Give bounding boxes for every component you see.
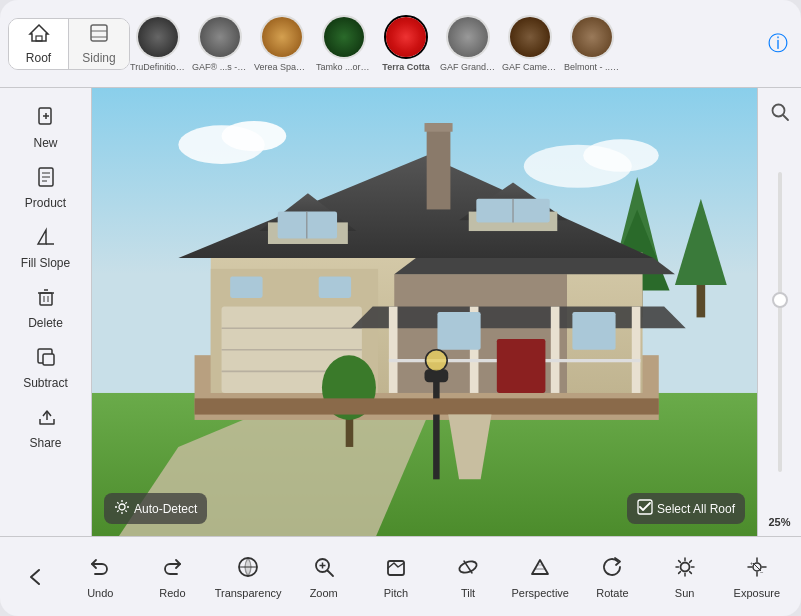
- select-all-roof-button[interactable]: Select All Roof: [627, 493, 745, 524]
- redo-label: Redo: [159, 587, 185, 599]
- share-icon: [35, 406, 57, 434]
- auto-detect-label: Auto-Detect: [134, 502, 197, 516]
- tool-pitch[interactable]: Pitch: [366, 547, 426, 607]
- svg-rect-57: [551, 307, 560, 393]
- info-button[interactable]: ⓘ: [763, 29, 793, 59]
- swatch-verea[interactable]: Verea Spanish ...s - Jacobea: [254, 15, 310, 73]
- svg-marker-43: [394, 258, 675, 274]
- back-button[interactable]: [14, 555, 58, 599]
- swatch-terracotta[interactable]: Terra Cotta: [378, 15, 434, 73]
- swatch-gaf[interactable]: GAF® ...s - Charcoal: [192, 15, 248, 73]
- svg-line-97: [678, 571, 680, 573]
- tab-siding-label: Siding: [82, 51, 115, 65]
- sun-icon: [673, 555, 697, 585]
- svg-rect-58: [632, 307, 641, 393]
- siding-tab-icon: [88, 22, 110, 49]
- sidebar-item-subtract-label: Subtract: [23, 376, 68, 390]
- swatch-belmont[interactable]: Belmont - ...hered Wood: [564, 15, 620, 73]
- svg-point-26: [583, 139, 659, 171]
- tool-rotate[interactable]: Rotate: [582, 547, 642, 607]
- tilt-icon: [456, 555, 480, 585]
- top-bar: Roof Siding TruDefinition ...idnight Plu…: [0, 0, 801, 88]
- exposure-icon: + −: [745, 555, 769, 585]
- zoom-label: 25%: [768, 516, 790, 528]
- right-panel: 25%: [757, 88, 801, 536]
- sidebar-item-product-label: Product: [25, 196, 66, 210]
- zoom-slider-track[interactable]: [778, 172, 782, 472]
- new-icon: [35, 106, 57, 134]
- sidebar-item-new-label: New: [33, 136, 57, 150]
- svg-rect-61: [437, 312, 480, 350]
- select-all-roof-icon: [637, 499, 653, 518]
- svg-rect-14: [40, 293, 52, 305]
- sidebar-item-fillslope[interactable]: Fill Slope: [8, 220, 84, 276]
- house-scene: [92, 88, 757, 536]
- swatch-camelot[interactable]: GAF Camelot ...hered Wood: [502, 15, 558, 73]
- tool-undo[interactable]: Undo: [70, 547, 130, 607]
- rotate-label: Rotate: [596, 587, 628, 599]
- delete-icon: [35, 286, 57, 314]
- sidebar-item-share[interactable]: Share: [8, 400, 84, 456]
- svg-rect-20: [43, 354, 54, 365]
- svg-rect-62: [572, 312, 615, 350]
- swatch-circle-trudefinition: [136, 15, 180, 59]
- svg-line-85: [464, 561, 472, 573]
- transparency-label: Transparency: [215, 587, 282, 599]
- swatch-trudefinition[interactable]: TruDefinition ...idnight Plum: [130, 15, 186, 73]
- swatch-circle-camelot: [508, 15, 552, 59]
- zoom-slider-thumb[interactable]: [772, 292, 788, 308]
- exposure-label: Exposure: [734, 587, 780, 599]
- swatch-label-terracotta: Terra Cotta: [382, 62, 429, 73]
- search-button[interactable]: [764, 96, 796, 128]
- auto-detect-button[interactable]: Auto-Detect: [104, 493, 207, 524]
- sidebar-item-product[interactable]: Product: [8, 160, 84, 216]
- auto-detect-icon: [114, 499, 130, 518]
- svg-text:−: −: [760, 569, 764, 575]
- svg-line-96: [689, 571, 691, 573]
- sidebar-item-new[interactable]: New: [8, 100, 84, 156]
- tool-perspective[interactable]: Perspective: [510, 547, 570, 607]
- main-content: New Product Fill Slope: [0, 88, 801, 536]
- product-icon: [35, 166, 57, 194]
- tool-sun[interactable]: Sun: [655, 547, 715, 607]
- sidebar-item-delete-label: Delete: [28, 316, 63, 330]
- swatch-tamko[interactable]: Tamko ...orest Green: [316, 15, 372, 73]
- svg-rect-55: [389, 307, 398, 393]
- swatch-label-camelot: GAF Camelot ...hered Wood: [502, 62, 558, 73]
- tool-redo[interactable]: Redo: [142, 547, 202, 607]
- svg-rect-53: [425, 123, 453, 132]
- rotate-icon: [600, 555, 624, 585]
- svg-rect-64: [319, 276, 351, 298]
- tool-transparency[interactable]: Transparency: [215, 547, 282, 607]
- svg-rect-83: [388, 561, 404, 575]
- svg-line-76: [783, 115, 788, 120]
- zoom-icon: [312, 555, 336, 585]
- tool-tilt[interactable]: Tilt: [438, 547, 498, 607]
- zoom-label-tool: Zoom: [310, 587, 338, 599]
- roof-tab-icon: [28, 22, 50, 49]
- tab-siding[interactable]: Siding: [69, 19, 129, 69]
- tool-exposure[interactable]: + − Exposure: [727, 547, 787, 607]
- tool-zoom[interactable]: Zoom: [294, 547, 354, 607]
- svg-line-80: [327, 570, 333, 576]
- swatch-circle-belmont: [570, 15, 614, 59]
- swatch-gafgrand[interactable]: GAF Grand ...quoia - Slate: [440, 15, 496, 73]
- perspective-label: Perspective: [512, 587, 569, 599]
- fillslope-icon: [35, 226, 57, 254]
- sidebar-item-subtract[interactable]: Subtract: [8, 340, 84, 396]
- bottom-toolbar: Undo Redo Transparency: [0, 536, 801, 616]
- swatch-label-gaf: GAF® ...s - Charcoal: [192, 62, 248, 73]
- swatch-label-belmont: Belmont - ...hered Wood: [564, 62, 620, 73]
- tab-roof[interactable]: Roof: [9, 19, 69, 69]
- svg-marker-86: [532, 560, 548, 574]
- color-swatches: TruDefinition ...idnight Plum GAF® ...s …: [130, 15, 759, 73]
- svg-point-24: [222, 121, 287, 151]
- svg-text:+: +: [750, 560, 754, 566]
- svg-point-73: [119, 504, 125, 510]
- svg-rect-71: [195, 398, 659, 414]
- swatch-circle-gaf: [198, 15, 242, 59]
- sidebar-item-delete[interactable]: Delete: [8, 280, 84, 336]
- swatch-label-trudefinition: TruDefinition ...idnight Plum: [130, 62, 186, 73]
- pitch-icon: [384, 555, 408, 585]
- svg-rect-2: [91, 25, 107, 41]
